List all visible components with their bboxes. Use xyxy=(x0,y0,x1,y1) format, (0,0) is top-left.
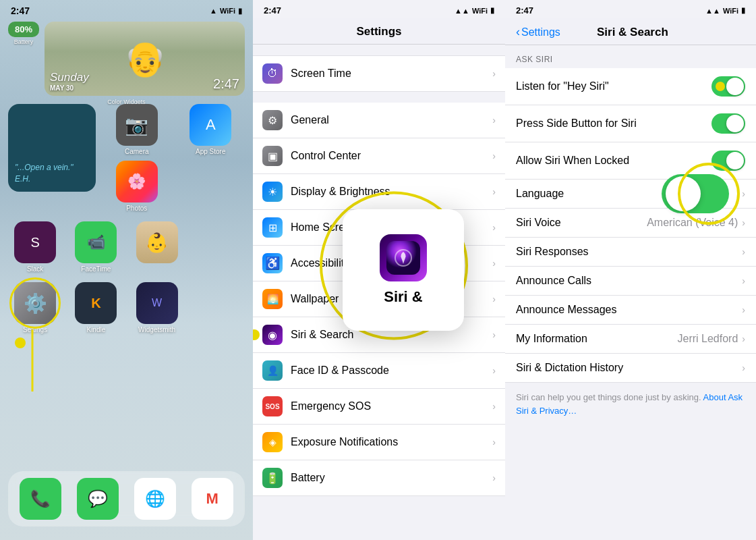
app-item-slack[interactable]: S Slack xyxy=(8,221,62,273)
quote-app-row: "...Open a vein." E.H. 📷 Camera A App St… xyxy=(0,101,253,215)
dock-gmail[interactable]: M xyxy=(186,478,238,520)
siri-row-announce-calls[interactable]: Announce Calls › xyxy=(505,267,756,296)
photo-widget-large: 👴 Sunday MAY 30 2:47 xyxy=(45,22,245,96)
announce-messages-label: Announce Messages xyxy=(516,304,742,316)
settings-nav-bar: Settings xyxy=(253,18,505,45)
language-label: Language xyxy=(516,188,628,200)
kindle-label: Kindle xyxy=(86,326,105,333)
voice-label: Siri Voice xyxy=(516,217,647,229)
accessibility-chevron: › xyxy=(492,258,496,269)
signal-icon-2: ▲▲ xyxy=(455,7,469,15)
siri-row-voice[interactable]: Siri Voice American (Voice 4) › xyxy=(505,209,756,238)
settings-row-controlcenter[interactable]: ▣ Control Center › xyxy=(253,138,505,174)
signal-icon: ▲ xyxy=(210,7,217,15)
widget-row: 80% Battery 👴 Sunday MAY 30 2:47 Color W… xyxy=(0,19,253,99)
settings-row-screentime[interactable]: ⏱ Screen Time › xyxy=(253,55,505,92)
hey-siri-label: Listen for "Hey Siri" xyxy=(516,80,711,92)
screentime-chevron: › xyxy=(492,68,496,79)
yellow-dot-settings xyxy=(15,338,26,348)
side-button-toggle-knob xyxy=(726,115,744,132)
yellow-dot-toggle xyxy=(716,82,725,91)
status-bar-siri: 2:47 ▲▲ WiFi ▮ xyxy=(505,0,756,18)
dock-chrome[interactable]: 🌐 xyxy=(129,478,181,520)
responses-label: Siri Responses xyxy=(516,246,742,258)
panel-siri: 2:47 ▲▲ WiFi ▮ ‹ Settings Siri & Search … xyxy=(505,0,756,540)
screentime-icon: ⏱ xyxy=(262,63,283,84)
siri-row-allow-locked[interactable]: Allow Siri When Locked xyxy=(505,142,756,180)
dictation-history-chevron: › xyxy=(742,362,745,373)
status-bar-home: 2:47 ▲ WiFi ▮ xyxy=(0,0,253,19)
hey-siri-toggle-knob xyxy=(726,78,744,95)
settings-row-display[interactable]: ☀ Display & Brightness › xyxy=(253,174,505,210)
settings-label: Settings xyxy=(23,326,47,333)
photos-icon: 🌸 xyxy=(116,161,158,202)
siri-row-hey-siri[interactable]: Listen for "Hey Siri" xyxy=(505,68,756,105)
sos-label: Emergency SOS xyxy=(291,400,492,412)
allow-locked-toggle[interactable] xyxy=(711,151,745,171)
side-button-label: Press Side Button for Siri xyxy=(516,117,711,130)
general-icon: ⚙ xyxy=(262,110,283,130)
siri-row-responses[interactable]: Siri Responses › xyxy=(505,238,756,267)
announce-calls-chevron: › xyxy=(742,275,745,286)
settings-row-battery[interactable]: 🔋 Battery › xyxy=(253,460,505,496)
app-item-settings[interactable]: ⚙️ Settings xyxy=(8,282,62,333)
display-label: Display & Brightness xyxy=(291,186,492,198)
siri-row-language[interactable]: Language English (United States) › xyxy=(505,180,756,209)
side-button-toggle[interactable] xyxy=(711,113,745,134)
general-label: General xyxy=(291,114,492,126)
camera-icon: 📷 xyxy=(116,104,158,146)
announce-calls-label: Announce Calls xyxy=(516,275,742,287)
siri-row-my-info[interactable]: My Information Jerri Ledford › xyxy=(505,325,756,354)
time-home: 2:47 xyxy=(11,5,30,16)
controlcenter-icon: ▣ xyxy=(262,146,283,166)
wifi-icon-2: WiFi xyxy=(472,7,488,15)
photos-label: Photos xyxy=(126,205,147,212)
app-item-facetime[interactable]: 📹 FaceTime xyxy=(69,221,123,273)
app-item-kindle[interactable]: K Kindle xyxy=(69,282,123,333)
siri-popup-icon xyxy=(380,234,427,281)
settings-title: Settings xyxy=(356,25,401,38)
time-settings: 2:47 xyxy=(264,5,281,16)
exposure-label: Exposure Notifications xyxy=(291,436,492,448)
battery-label: 80% xyxy=(15,24,32,34)
app-item-camera[interactable]: 📷 Camera xyxy=(103,104,171,155)
sos-chevron: › xyxy=(492,401,496,412)
faceid-chevron: › xyxy=(492,365,496,376)
app-row-2: S Slack 📹 FaceTime 👶 xyxy=(0,219,253,275)
controlcenter-chevron: › xyxy=(492,151,496,161)
footer-text: Siri can help you get things done just b… xyxy=(516,392,703,402)
dock-phone[interactable]: 📞 xyxy=(15,478,67,520)
settings-row-sos[interactable]: SOS Emergency SOS › xyxy=(253,389,505,425)
settings-icon: ⚙️ xyxy=(14,282,56,324)
app-item-photos[interactable]: 🌸 Photos xyxy=(103,161,171,212)
app-item-appstore[interactable]: A App Store xyxy=(177,104,245,155)
panel-home: 2:47 ▲ WiFi ▮ 80% Battery 👴 Sunday MAY 3… xyxy=(0,0,253,540)
settings-row-exposure[interactable]: ◈ Exposure Notifications › xyxy=(253,425,505,460)
dock: 📞 💬 🌐 M xyxy=(8,471,245,526)
slack-label: Slack xyxy=(27,265,43,273)
app-item-photo-baby: 👶 xyxy=(130,221,184,273)
gmail-icon: M xyxy=(192,478,233,520)
siri-row-announce-messages[interactable]: Announce Messages › xyxy=(505,296,756,325)
dock-messages[interactable]: 💬 xyxy=(72,478,124,520)
allow-locked-toggle-knob xyxy=(726,152,744,169)
siri-row-dictation-history[interactable]: Siri & Dictation History › xyxy=(505,354,756,383)
voice-value: American (Voice 4) xyxy=(647,217,738,229)
status-icons-settings: ▲▲ WiFi ▮ xyxy=(455,6,494,15)
siri-icon: ◉ xyxy=(262,325,283,345)
settings-row-faceid[interactable]: 👤 Face ID & Passcode › xyxy=(253,353,505,389)
announce-messages-chevron: › xyxy=(742,304,745,315)
siri-row-side-button[interactable]: Press Side Button for Siri xyxy=(505,105,756,142)
app-item-empty2 xyxy=(191,282,245,333)
signal-siri: ▲▲ xyxy=(705,7,720,15)
yellow-dot-siri xyxy=(253,329,260,340)
siri-popup-label: Siri & xyxy=(384,288,422,306)
siri-back-button[interactable]: ‹ Settings xyxy=(516,25,560,39)
status-bar-settings: 2:47 ▲▲ WiFi ▮ xyxy=(253,0,505,18)
faceid-icon: 👤 xyxy=(262,360,283,381)
accessibility-icon: ♿ xyxy=(262,253,283,273)
settings-row-general[interactable]: ⚙ General › xyxy=(253,103,505,138)
siri-rows-list: Listen for "Hey Siri" Press Side Button … xyxy=(505,68,756,383)
app-item-widgetsmith[interactable]: W Widgetsmith xyxy=(130,282,184,333)
exposure-icon: ◈ xyxy=(262,432,283,452)
